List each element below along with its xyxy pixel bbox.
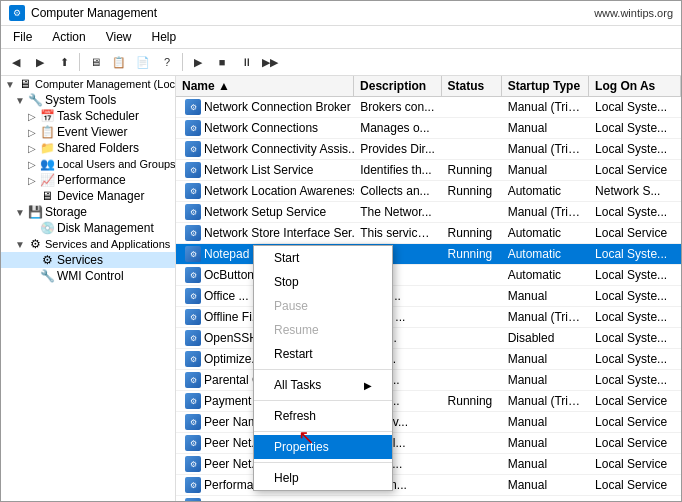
expand-icon: ▼ [3,79,17,90]
toolbar: ◀ ▶ ⬆ 🖥 📋 📄 ? ▶ ■ ⏸ ▶▶ [1,49,681,76]
service-startup-cell: Manual [502,476,589,494]
table-row[interactable]: ⚙ Payment ... es pa... Running Manual (T… [176,391,681,412]
table-row[interactable]: ⚙ Peer Net... es ide... Manual Local Ser… [176,454,681,475]
service-logon-cell: Local Service [589,161,681,179]
sidebar-item-event-viewer[interactable]: ▷ 📋 Event Viewer [1,124,175,140]
service-status-cell [442,210,502,214]
sidebar-item-system-tools[interactable]: ▼ 🔧 System Tools [1,92,175,108]
system-tools-icon: 🔧 [27,93,43,107]
sidebar-item-performance[interactable]: ▷ 📈 Performance [1,172,175,188]
col-startup-header[interactable]: Startup Type [502,76,589,96]
sidebar-item-device-manager[interactable]: 🖥 Device Manager [1,188,175,204]
sidebar-item-wmi-control[interactable]: 🔧 WMI Control [1,268,175,284]
table-row[interactable]: ⚙ Peer Net... es mul... Manual Local Ser… [176,433,681,454]
service-icon: ⚙ [185,456,201,472]
sidebar-item-computer-management[interactable]: ▼ 🖥 Computer Management (Local [1,76,175,92]
service-logon-cell: Local Syste... [589,371,681,389]
col-logon-header[interactable]: Log On As [589,76,681,96]
ctx-item-start[interactable]: Start [254,246,392,270]
sidebar-label: Performance [57,173,126,187]
service-logon-cell: Local Service [589,497,681,501]
sidebar-label: Device Manager [57,189,144,203]
ctx-item-stop[interactable]: Stop [254,270,392,294]
url-label: www.wintips.org [594,7,673,19]
service-startup-cell: Manual (Trig... [502,140,589,158]
col-status-header[interactable]: Status [442,76,502,96]
ctx-item-help[interactable]: Help [254,466,392,490]
ctx-item-refresh[interactable]: Refresh [254,404,392,428]
sidebar-item-local-users[interactable]: ▷ 👥 Local Users and Groups [1,156,175,172]
sidebar-item-services[interactable]: ⚙ Services [1,252,175,268]
shared-folders-icon: 📁 [39,141,55,155]
service-name-cell: ⚙ Network Location Awareness [176,181,354,201]
table-row[interactable]: ⚙ Network Store Interface Ser... This se… [176,223,681,244]
service-startup-cell: Automatic [502,224,589,242]
menu-help[interactable]: Help [148,28,181,46]
expand-icon: ▼ [13,239,27,250]
help-button[interactable]: ? [156,51,178,73]
sidebar-item-storage[interactable]: ▼ 💾 Storage [1,204,175,220]
sidebar-item-services-applications[interactable]: ▼ ⚙ Services and Applications [1,236,175,252]
table-row[interactable]: ⚙ Notepad Running Automatic Local Syste.… [176,244,681,265]
computer-icon: 🖥 [17,77,33,91]
table-row[interactable]: ⚙ OcButton... Automatic Local Syste... [176,265,681,286]
service-startup-cell: Manual [502,350,589,368]
service-icon: ⚙ [185,435,201,451]
table-row[interactable]: ⚙ Offline Fi... offline ... Manual (Trig… [176,307,681,328]
back-button[interactable]: ◀ [5,51,27,73]
service-desc-cell: Identifies th... [354,161,441,179]
service-status-cell [442,483,502,487]
table-row[interactable]: ⚙ Network Connections Manages o... Manua… [176,118,681,139]
service-status-cell [442,147,502,151]
service-startup-cell: Manual [502,119,589,137]
restart-button[interactable]: ▶▶ [259,51,281,73]
service-icon: ⚙ [185,351,201,367]
service-startup-cell: Manual (Trig... [502,392,589,410]
table-row[interactable]: ⚙ Network List Service Identifies th... … [176,160,681,181]
pause-button[interactable]: ⏸ [235,51,257,73]
play-button[interactable]: ▶ [187,51,209,73]
table-row[interactable]: ⚙ Optimize... the c... Manual Local Syst… [176,349,681,370]
menu-file[interactable]: File [9,28,36,46]
table-row[interactable]: ⚙ Network Connection Broker Brokers con.… [176,97,681,118]
console-button[interactable]: 📋 [108,51,130,73]
ctx-separator [254,369,392,370]
table-row[interactable]: ⚙ Office ... install... Manual Local Sys… [176,286,681,307]
table-row[interactable]: ⚙ Peer Nam... es serv... Manual Local Se… [176,412,681,433]
service-status-cell [442,441,502,445]
table-row[interactable]: ⚙ Network Connectivity Assis... Provides… [176,139,681,160]
ctx-item-properties[interactable]: Properties [254,435,392,459]
up-button[interactable]: ⬆ [53,51,75,73]
stop-button[interactable]: ■ [211,51,233,73]
properties-button[interactable]: 📄 [132,51,154,73]
service-icon: ⚙ [185,183,201,199]
ctx-item-restart[interactable]: Restart [254,342,392,366]
table-row[interactable]: ⚙ OpenSSH ... to ho... Disabled Local Sy… [176,328,681,349]
forward-button[interactable]: ▶ [29,51,51,73]
sidebar-item-task-scheduler[interactable]: ▷ 📅 Task Scheduler [1,108,175,124]
show-hide-button[interactable]: 🖥 [84,51,106,73]
sidebar-label: Local Users and Groups [57,158,176,170]
table-row[interactable]: ⚙ Network Location Awareness Collects an… [176,181,681,202]
table-row[interactable]: ⚙ Performa... es rem... Manual Local Ser… [176,475,681,496]
menu-view[interactable]: View [102,28,136,46]
sidebar-item-disk-management[interactable]: 💿 Disk Management [1,220,175,236]
col-desc-header[interactable]: Description [354,76,441,96]
table-row[interactable]: ⚙ Network Setup Service The Networ... Ma… [176,202,681,223]
service-startup-cell: Manual [502,413,589,431]
sidebar-item-shared-folders[interactable]: ▷ 📁 Shared Folders [1,140,175,156]
menu-action[interactable]: Action [48,28,89,46]
ctx-item-all-tasks[interactable]: All Tasks▶ [254,373,392,397]
col-name-header[interactable]: Name ▲ [176,76,354,96]
service-startup-cell: Automatic [502,266,589,284]
service-logon-cell: Local Service [589,476,681,494]
service-status-cell [442,462,502,466]
table-row[interactable]: ⚙ Parental C... es pa... Manual Local Sy… [176,370,681,391]
table-row[interactable]: ⚙ Performa... manc... Manual Local Servi… [176,496,681,501]
sidebar-label: WMI Control [57,269,124,283]
service-name-cell: ⚙ Network Connections [176,118,354,138]
services-list: ⚙ Network Connection Broker Brokers con.… [176,97,681,501]
service-icon: ⚙ [185,498,201,501]
service-icon: ⚙ [185,267,201,283]
sidebar-label: Services [57,253,103,267]
